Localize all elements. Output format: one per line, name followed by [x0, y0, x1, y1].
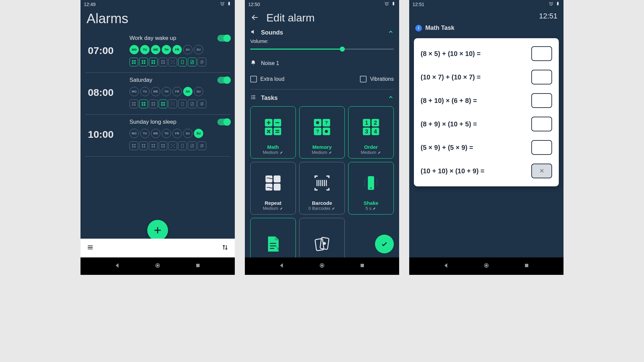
day-mo[interactable]: MO — [129, 45, 139, 54]
nav-home-icon[interactable] — [319, 262, 325, 270]
task-grid: Math Medium ?? Memory Medium 1234 Order … — [250, 106, 394, 270]
info-icon[interactable]: i — [415, 25, 422, 32]
task-mini-icon[interactable] — [198, 141, 206, 150]
day-su[interactable]: SU — [194, 129, 203, 138]
task-mini-icon[interactable] — [168, 100, 177, 108]
svg-rect-87 — [274, 175, 281, 182]
day-su[interactable]: SU — [194, 45, 203, 54]
nav-home-icon[interactable] — [154, 262, 161, 270]
back-icon[interactable] — [251, 13, 259, 23]
task-card-repeat[interactable]: Repeat Medium — [250, 162, 296, 214]
day-fr[interactable]: FR — [172, 87, 182, 96]
task-mini-icon[interactable] — [198, 58, 206, 66]
task-mini-icon[interactable] — [168, 141, 177, 150]
task-mini-icon[interactable] — [139, 100, 148, 108]
day-we[interactable]: WE — [151, 45, 160, 54]
alarm-toggle[interactable] — [217, 35, 230, 42]
day-tu[interactable]: TU — [140, 45, 150, 54]
volume-slider[interactable] — [250, 49, 394, 50]
day-tu[interactable]: TU — [140, 129, 150, 138]
day-we[interactable]: WE — [151, 87, 160, 96]
task-card-memory[interactable]: ?? Memory Medium — [299, 106, 345, 159]
day-sa[interactable]: SA — [183, 129, 193, 138]
section-tasks[interactable]: Tasks — [250, 89, 394, 103]
svg-point-96 — [321, 265, 323, 266]
task-card-order[interactable]: 1234 Order Medium — [348, 106, 394, 159]
task-mini-icon[interactable] — [129, 58, 138, 66]
task-mini-icon[interactable] — [129, 100, 138, 108]
nav-recents-icon[interactable] — [195, 262, 201, 270]
section-sounds[interactable]: Sounds — [250, 27, 394, 38]
alarm-row[interactable]: 07:00 Work day wake up MOTUWETHFRSASU — [85, 31, 230, 73]
menu-icon[interactable] — [87, 244, 94, 252]
math-answer-input[interactable] — [531, 140, 552, 155]
nav-back-icon[interactable] — [278, 262, 285, 270]
math-answer-input[interactable] — [531, 117, 552, 131]
task-mini-icon[interactable] — [159, 100, 167, 108]
task-mini-icon[interactable] — [188, 141, 197, 150]
alarm-icon — [384, 1, 389, 7]
alarm-toggle[interactable] — [217, 77, 230, 83]
day-su[interactable]: SU — [194, 87, 203, 96]
task-mini-icon[interactable] — [159, 141, 167, 150]
math-answer-input[interactable] — [531, 46, 552, 61]
task-mini-icon[interactable] — [188, 58, 197, 66]
task-mini-icon[interactable] — [159, 58, 167, 66]
svg-rect-48 — [144, 146, 145, 147]
alarm-row[interactable]: 10:00 Sunday long sleep MOTUWETHFRSASU — [85, 115, 230, 157]
day-fr[interactable]: FR — [172, 129, 182, 138]
svg-rect-27 — [144, 102, 145, 104]
alarm-row[interactable]: 08:00 Saturday MOTUWETHFRSASU — [85, 73, 230, 115]
task-mini-icon[interactable] — [168, 58, 177, 66]
task-card-shake[interactable]: Shake 5 s — [348, 162, 394, 214]
ringtone-row[interactable]: Noise 1 — [250, 56, 394, 71]
day-sa[interactable]: SA — [183, 87, 193, 96]
done-button[interactable] — [375, 235, 394, 253]
task-mini-icon[interactable] — [139, 141, 148, 150]
task-difficulty: Medium — [263, 206, 283, 211]
task-card-math[interactable]: Math Medium — [250, 106, 296, 159]
vibrations-checkbox[interactable]: Vibrations — [360, 76, 394, 82]
task-mini-icon[interactable] — [139, 58, 148, 66]
task-mini-icon[interactable] — [188, 100, 197, 108]
day-tu[interactable]: TU — [140, 87, 150, 96]
svg-rect-29 — [144, 104, 145, 106]
task-difficulty: Medium — [312, 150, 332, 155]
day-mo[interactable]: MO — [129, 87, 139, 96]
task-difficulty: 0 Barcodes — [309, 206, 336, 211]
task-mini-icon[interactable] — [178, 141, 187, 150]
day-th[interactable]: TH — [162, 129, 171, 138]
day-mo[interactable]: MO — [129, 129, 139, 138]
svg-rect-5 — [132, 62, 133, 64]
sort-icon[interactable] — [221, 244, 229, 252]
task-mini-icon[interactable] — [149, 141, 158, 150]
task-mini-icon[interactable] — [178, 58, 187, 66]
nav-recents-icon[interactable] — [523, 262, 530, 270]
add-alarm-button[interactable] — [147, 220, 168, 241]
extra-loud-checkbox[interactable]: Extra loud — [250, 76, 284, 82]
task-mini-icon[interactable] — [149, 58, 158, 66]
svg-rect-42 — [134, 144, 136, 145]
day-fr[interactable]: FR — [172, 45, 182, 54]
task-mini-icon[interactable] — [129, 141, 138, 150]
nav-back-icon[interactable] — [443, 262, 449, 270]
day-th[interactable]: TH — [162, 45, 171, 54]
svg-rect-30 — [152, 102, 153, 104]
nav-recents-icon[interactable] — [359, 262, 366, 270]
alarm-toggle[interactable] — [217, 119, 230, 125]
svg-rect-11 — [152, 60, 153, 62]
math-answer-input[interactable] — [531, 70, 552, 84]
task-mini-icon[interactable] — [198, 100, 206, 108]
nav-home-icon[interactable] — [483, 262, 490, 270]
task-mini-icon[interactable] — [178, 100, 187, 108]
day-th[interactable]: TH — [162, 87, 171, 96]
math-answer-input[interactable] — [531, 93, 552, 108]
nav-back-icon[interactable] — [114, 262, 121, 270]
task-mini-icon[interactable] — [149, 100, 158, 108]
math-answer-input[interactable]: ✕ — [531, 164, 552, 178]
day-we[interactable]: WE — [151, 129, 160, 138]
status-bar: 12:49 — [80, 0, 235, 8]
task-card-barcode[interactable]: Barcode 0 Barcodes — [299, 162, 345, 214]
day-sa[interactable]: SA — [183, 45, 193, 54]
svg-rect-16 — [163, 60, 165, 62]
